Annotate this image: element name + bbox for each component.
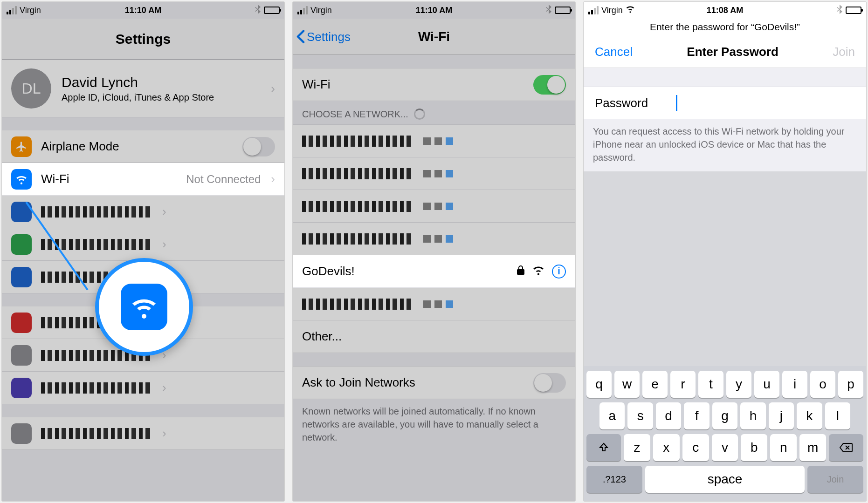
key-r[interactable]: r — [670, 371, 696, 398]
key-l[interactable]: l — [825, 402, 850, 429]
wifi-switch[interactable] — [533, 75, 566, 95]
status-bar: Virgin 11:08 AM — [584, 2, 866, 19]
airplane-mode-switch[interactable] — [242, 137, 275, 156]
app-icon — [11, 423, 32, 444]
network-name: GoDevils! — [302, 264, 507, 279]
wifi-toggle-label: Wi-Fi — [302, 77, 524, 92]
password-prompt: Enter the password for “GoDevils!” — [584, 19, 866, 36]
key-g[interactable]: g — [712, 402, 737, 429]
nav-header: Settings Wi-Fi — [293, 19, 575, 55]
key-w[interactable]: w — [614, 371, 640, 398]
key-j[interactable]: j — [769, 402, 794, 429]
bluetooth-icon — [545, 5, 552, 16]
page-title: Settings — [2, 19, 284, 60]
cancel-button[interactable]: Cancel — [595, 45, 633, 59]
wifi-icon-large — [121, 284, 167, 330]
key-c[interactable]: c — [682, 434, 709, 461]
key-join[interactable]: Join — [807, 466, 863, 493]
network-row-obscured[interactable] — [293, 125, 575, 157]
wifi-settings-row[interactable]: Wi-Fi Not Connected › — [2, 163, 284, 196]
profile-subtitle: Apple ID, iCloud, iTunes & App Store — [62, 92, 261, 103]
app-icon — [11, 267, 32, 287]
signal-icon — [297, 6, 308, 14]
signal-icon — [588, 6, 599, 14]
chevron-right-icon: › — [271, 82, 275, 96]
key-symbols[interactable]: .?123 — [586, 466, 642, 493]
key-space[interactable]: space — [645, 466, 805, 493]
obscured-label — [41, 382, 153, 394]
screenshot-enter-password: Virgin 11:08 AM Enter the password for “… — [584, 2, 866, 501]
airplane-mode-label: Airplane Mode — [41, 139, 233, 154]
key-q[interactable]: q — [586, 371, 612, 398]
wifi-detail: Not Connected — [186, 173, 261, 186]
battery-icon — [555, 7, 571, 14]
key-p[interactable]: p — [838, 371, 863, 398]
modal-nav-bar: Cancel Enter Password Join — [584, 36, 866, 68]
back-label: Settings — [307, 29, 351, 44]
wifi-strength-icon — [532, 264, 544, 279]
key-y[interactable]: y — [726, 371, 751, 398]
key-b[interactable]: b — [741, 434, 767, 461]
apple-id-row[interactable]: DL David Lynch Apple ID, iCloud, iTunes … — [2, 60, 284, 117]
password-hint: You can request access to this Wi-Fi net… — [584, 119, 866, 171]
wifi-toggle-row: Wi-Fi — [293, 68, 575, 101]
key-x[interactable]: x — [653, 434, 680, 461]
key-k[interactable]: k — [797, 402, 822, 429]
key-a[interactable]: a — [599, 402, 625, 429]
ask-to-join-switch[interactable] — [533, 373, 566, 393]
key-i[interactable]: i — [782, 371, 807, 398]
back-button[interactable]: Settings — [296, 29, 351, 44]
keyboard-row-3: z x c v b n m — [586, 434, 863, 461]
network-row-obscured[interactable] — [293, 288, 575, 320]
text-cursor — [676, 95, 677, 111]
carrier-label: Virgin — [20, 6, 41, 15]
bluetooth-icon — [255, 5, 261, 16]
page-title: Wi-Fi — [418, 29, 450, 44]
network-row-godevils[interactable]: GoDevils! i — [293, 255, 575, 288]
key-s[interactable]: s — [627, 402, 653, 429]
screenshot-settings-root: Virgin 11:10 AM Settings DL David Lynch … — [2, 2, 284, 501]
network-row-obscured[interactable] — [293, 223, 575, 255]
key-e[interactable]: e — [642, 371, 668, 398]
join-button[interactable]: Join — [833, 45, 855, 59]
battery-icon — [264, 7, 280, 14]
clock: 11:08 AM — [707, 6, 743, 15]
other-network-row[interactable]: Other... — [293, 320, 575, 353]
clock: 11:10 AM — [416, 6, 452, 15]
network-row-obscured[interactable] — [293, 157, 575, 190]
password-field-row[interactable]: Password — [584, 87, 866, 119]
profile-name: David Lynch — [62, 75, 261, 92]
settings-row-obscured[interactable]: › — [2, 228, 284, 261]
key-o[interactable]: o — [810, 371, 835, 398]
carrier-label: Virgin — [310, 6, 332, 15]
key-backspace[interactable] — [829, 434, 863, 461]
key-d[interactable]: d — [656, 402, 681, 429]
key-t[interactable]: t — [698, 371, 723, 398]
settings-row-obscured[interactable]: › — [2, 417, 284, 450]
key-u[interactable]: u — [754, 371, 779, 398]
airplane-mode-row[interactable]: Airplane Mode — [2, 130, 284, 163]
network-row-obscured[interactable] — [293, 190, 575, 223]
keyboard-row-4: .?123 space Join — [586, 466, 863, 493]
key-h[interactable]: h — [740, 402, 765, 429]
status-bar: Virgin 11:10 AM — [293, 2, 575, 19]
wifi-status-icon — [626, 6, 635, 15]
key-shift[interactable] — [586, 434, 621, 461]
settings-row-obscured[interactable]: › — [2, 196, 284, 228]
key-m[interactable]: m — [799, 434, 826, 461]
settings-row-obscured[interactable]: › — [2, 372, 284, 404]
key-f[interactable]: f — [684, 402, 709, 429]
ask-to-join-row: Ask to Join Networks — [293, 367, 575, 399]
key-v[interactable]: v — [712, 434, 738, 461]
key-n[interactable]: n — [770, 434, 797, 461]
keyboard-row-1: q w e r t y u i o p — [586, 371, 863, 398]
status-bar: Virgin 11:10 AM — [2, 2, 284, 19]
screenshot-wifi-list: Virgin 11:10 AM Settings Wi-Fi Wi-Fi CHO… — [293, 2, 575, 501]
info-icon[interactable]: i — [552, 265, 566, 279]
obscured-label — [41, 206, 153, 218]
key-z[interactable]: z — [624, 434, 650, 461]
other-label: Other... — [302, 329, 566, 344]
avatar: DL — [11, 68, 51, 109]
ask-to-join-label: Ask to Join Networks — [302, 375, 524, 390]
obscured-label — [41, 428, 153, 439]
